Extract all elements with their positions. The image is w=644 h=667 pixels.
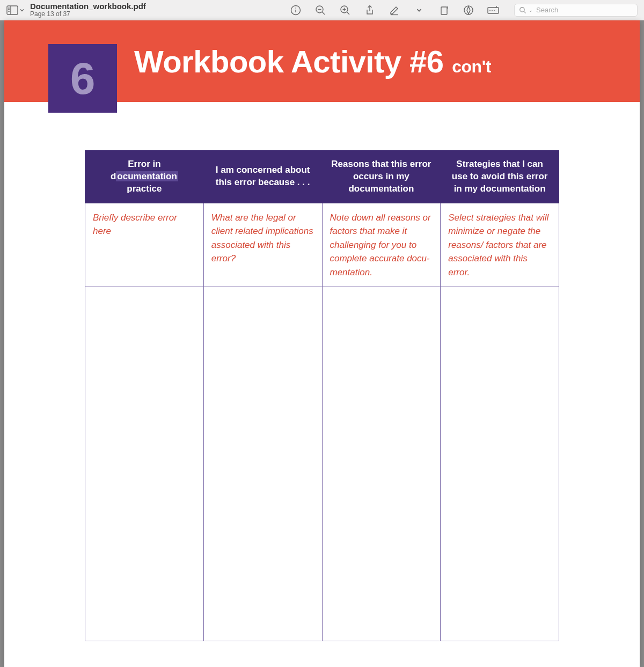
zoom-in-button[interactable]	[339, 4, 351, 16]
title-main: Workbook Activity #6	[134, 44, 444, 79]
empty-cell-2[interactable]	[203, 287, 322, 641]
instruction-row: Briefly describe error here What are the…	[85, 203, 559, 287]
zoom-out-icon	[315, 5, 326, 16]
svg-point-21	[489, 10, 491, 11]
zoom-in-icon	[340, 5, 350, 16]
activity-number: 6	[70, 56, 96, 101]
header-col3: Reasons that this error occurs in my doc…	[322, 151, 441, 203]
svg-point-23	[494, 10, 495, 11]
empty-input-row	[85, 287, 559, 641]
chevron-down-icon	[19, 8, 25, 13]
svg-point-24	[520, 7, 524, 11]
svg-rect-20	[488, 8, 499, 13]
marker-icon	[463, 5, 474, 16]
title-suffix: con't	[452, 57, 491, 76]
annotate-dropdown[interactable]	[413, 4, 425, 16]
empty-cell-3[interactable]	[322, 287, 441, 641]
instr-col4: Select strategies that will minimize or …	[441, 203, 559, 287]
pdf-toolbar: Documentation_workbook.pdf Page 13 of 37	[0, 0, 644, 20]
header-col4: Strategies that I can use to avoid this …	[441, 151, 559, 203]
pdf-viewport[interactable]: 6 Workbook Activity #6 con't Error in do…	[0, 20, 644, 667]
share-button[interactable]	[364, 4, 376, 16]
selected-text: ocumentation	[116, 171, 178, 181]
pencil-icon	[389, 5, 400, 16]
svg-line-25	[524, 11, 526, 13]
activity-number-badge: 6	[48, 44, 117, 113]
page-title: Workbook Activity #6 con't	[134, 43, 491, 79]
annotate-button[interactable]	[389, 4, 400, 16]
empty-cell-1[interactable]	[85, 287, 204, 641]
form-icon	[487, 6, 499, 14]
sidebar-icon	[6, 5, 18, 15]
zoom-out-button[interactable]	[314, 4, 326, 16]
svg-line-9	[323, 12, 325, 14]
header-col1: Error in documentation practice	[85, 151, 204, 203]
page-content: Error in documentation practice I am con…	[4, 102, 640, 641]
instr-col1: Briefly describe error here	[85, 203, 204, 287]
chevron-down-icon	[416, 7, 422, 13]
sidebar-toggle-button[interactable]	[6, 5, 25, 15]
toolbar-left-group: Documentation_workbook.pdf Page 13 of 37	[6, 2, 146, 18]
info-icon	[290, 5, 301, 16]
search-field-wrapper[interactable]: ⌄	[514, 4, 638, 17]
rotate-button[interactable]	[438, 4, 450, 16]
svg-point-22	[492, 10, 493, 11]
header-col2: I am concerned about this error because …	[203, 151, 322, 203]
instr-col2: What are the legal or client related imp…	[203, 203, 322, 287]
search-input[interactable]	[536, 6, 633, 14]
svg-line-12	[347, 12, 350, 14]
info-button[interactable]	[290, 4, 302, 16]
document-title: Documentation_workbook.pdf	[30, 2, 146, 11]
search-icon	[519, 6, 526, 14]
svg-rect-17	[441, 7, 447, 14]
form-button[interactable]	[487, 4, 499, 16]
instr-col3: Note down all reasons or factors that ma…	[322, 203, 441, 287]
document-info: Documentation_workbook.pdf Page 13 of 37	[30, 2, 146, 18]
table-header-row: Error in documentation practice I am con…	[85, 151, 559, 203]
page-indicator: Page 13 of 37	[30, 11, 146, 18]
empty-cell-4[interactable]	[441, 287, 559, 641]
svg-rect-0	[7, 6, 18, 14]
markup-button[interactable]	[463, 4, 474, 16]
toolbar-center-group	[290, 4, 499, 16]
svg-point-6	[295, 8, 296, 9]
share-icon	[364, 5, 375, 16]
workbook-table: Error in documentation practice I am con…	[85, 150, 559, 641]
rotate-icon	[438, 5, 449, 16]
pdf-page: 6 Workbook Activity #6 con't Error in do…	[4, 20, 640, 667]
search-chevron-icon: ⌄	[529, 8, 533, 13]
page-banner: 6 Workbook Activity #6 con't	[4, 20, 640, 102]
